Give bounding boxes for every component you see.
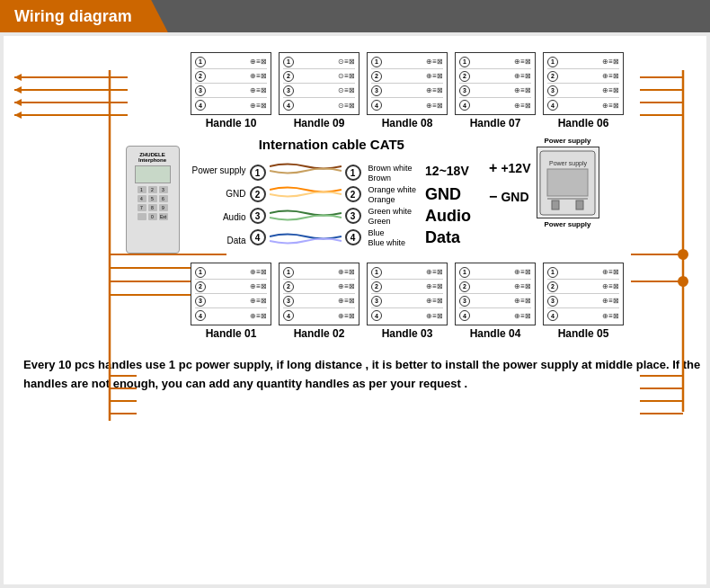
label-power: Power supply	[192, 161, 246, 179]
top-handles-row: 1 ⊕≡⊠ 2 ⊕≡⊠ 3 ⊕≡⊠	[101, 52, 710, 129]
handle-label-08: Handle 08	[382, 117, 433, 129]
handle-box-04: 1⊕≡⊠ 2⊕≡⊠ 3⊕≡⊠ 4⊕≡⊠	[455, 263, 536, 325]
top-handles-section: 1 ⊕≡⊠ 2 ⊕≡⊠ 3 ⊕≡⊠	[11, 52, 710, 129]
handle-group-02: 1⊕≡⊠ 2⊕≡⊠ 3⊕≡⊠ 4⊕≡⊠ Handle 02	[279, 263, 359, 340]
label-audio: Audio	[192, 208, 246, 226]
power-supply-box-wrapper: Power supply Power supply	[537, 137, 599, 228]
power-supply-box: Power supply	[537, 147, 599, 218]
minus-sign: −	[489, 189, 497, 205]
wire-label-3: Green whiteGreen	[368, 207, 417, 225]
left-pin-circles: 1 2 3 4	[250, 165, 266, 245]
svg-rect-36	[547, 169, 588, 196]
plus-minus-labels: + +12V − GND	[489, 160, 530, 205]
bottom-note: Every 10 pcs handles use 1 pc power supp…	[20, 352, 705, 397]
handle-box-02: 1⊕≡⊠ 2⊕≡⊠ 3⊕≡⊠ 4⊕≡⊠	[279, 263, 359, 325]
big-label-data: Data	[425, 228, 471, 246]
svg-rect-38	[552, 200, 559, 209]
handle-box-08: 1⊕≡⊠ 2⊕≡⊠ 3⊕≡⊠ 4⊕≡⊠	[367, 52, 448, 115]
ps-svg: Power supply	[538, 149, 597, 217]
handle-group-04: 1⊕≡⊠ 2⊕≡⊠ 3⊕≡⊠ 4⊕≡⊠ Handle 04	[455, 263, 536, 340]
big-label-audio: Audio	[425, 207, 471, 225]
plus-sign: +	[489, 160, 497, 176]
handle-box-09: 1⊙≡⊠ 2⊙≡⊠ 3⊙≡⊠ 4⊙≡⊠	[279, 52, 359, 115]
cable-diagram-wrapper: Internation cable CAT5 Power supply GND …	[192, 137, 472, 253]
right-pin-circles: 1 2 3 4	[345, 165, 361, 245]
pin-left-3: 3	[250, 208, 266, 224]
handle-label-09: Handle 09	[294, 117, 345, 129]
bottom-handles-row: 1⊕≡⊠ 2⊕≡⊠ 3⊕≡⊠ 4⊕≡⊠ Handle 01 1⊕≡⊠ 2⊕≡⊠ …	[101, 263, 710, 340]
plus-row: + +12V	[489, 160, 530, 176]
svg-text:Power supply: Power supply	[549, 160, 588, 167]
header-title: Wiring diagram	[14, 7, 132, 26]
pin-labels-left: Power supply GND Audio Data	[192, 161, 246, 249]
pin-right-2: 2	[345, 186, 361, 202]
plus-label: +12V	[501, 161, 530, 175]
content: 1 ⊕≡⊠ 2 ⊕≡⊠ 3 ⊕≡⊠	[4, 36, 706, 584]
power-supply-row: + +12V − GND Power supply	[489, 137, 599, 228]
pin-right-1: 1	[345, 165, 361, 181]
minus-row: − GND	[489, 189, 530, 205]
handle-row-1: 1 ⊕≡⊠	[195, 55, 267, 69]
handle-label-06: Handle 06	[558, 117, 609, 129]
device-brand: ZHUDELEInterphone	[138, 152, 166, 163]
ps-label-bottom: Power supply	[544, 220, 590, 228]
power-supply-section: + +12V − GND Power supply	[489, 137, 599, 228]
handle-label-04: Handle 04	[470, 327, 521, 340]
handle-box-07: 1⊕≡⊠ 2⊕≡⊠ 3⊕≡⊠ 4⊕≡⊠	[455, 52, 536, 115]
handle-label-03: Handle 03	[382, 327, 433, 340]
svg-rect-39	[576, 200, 583, 209]
handle-group-03: 1⊕≡⊠ 2⊕≡⊠ 3⊕≡⊠ 4⊕≡⊠ Handle 03	[367, 263, 448, 340]
handle-box-06: 1⊕≡⊠ 2⊕≡⊠ 3⊕≡⊠ 4⊕≡⊠	[543, 52, 624, 115]
wire-label-1: Brown whiteBrown	[368, 164, 417, 182]
header: Wiring diagram	[0, 0, 710, 32]
label-data: Data	[192, 231, 246, 249]
ps-label-top: Power supply	[544, 137, 590, 145]
handle-label-01: Handle 01	[206, 327, 257, 340]
header-title-bg: Wiring diagram	[0, 0, 168, 32]
handle-row-4: 4 ⊕≡⊠	[195, 98, 267, 112]
cat5-title: Internation cable CAT5	[259, 137, 404, 152]
handle-group-06: 1⊕≡⊠ 2⊕≡⊠ 3⊕≡⊠ 4⊕≡⊠ Handle 06	[543, 52, 624, 129]
handle-label-07: Handle 07	[470, 117, 521, 129]
handle-row-3: 3 ⊕≡⊠	[195, 84, 267, 98]
handle-box-10: 1 ⊕≡⊠ 2 ⊕≡⊠ 3 ⊕≡⊠	[191, 52, 271, 115]
cable-visual-svg	[270, 157, 342, 253]
wire-label-4: BlueBlue white	[368, 228, 417, 246]
device-screen	[135, 165, 171, 183]
pin-left-1: 1	[250, 165, 266, 181]
big-labels: 12~18V GND Audio Data	[425, 164, 471, 246]
handle-row-2: 2 ⊕≡⊠	[195, 69, 267, 84]
pin-left-2: 2	[250, 186, 266, 202]
big-label-gnd: GND	[425, 185, 471, 203]
handle-group-08: 1⊕≡⊠ 2⊕≡⊠ 3⊕≡⊠ 4⊕≡⊠ Handle 08	[367, 52, 448, 129]
handle-box-05: 1⊕≡⊠ 2⊕≡⊠ 3⊕≡⊠ 4⊕≡⊠	[543, 263, 624, 325]
handle-label-02: Handle 02	[294, 327, 345, 340]
minus-label: GND	[501, 190, 528, 204]
bottom-handles-section: 1⊕≡⊠ 2⊕≡⊠ 3⊕≡⊠ 4⊕≡⊠ Handle 01 1⊕≡⊠ 2⊕≡⊠ …	[11, 263, 710, 340]
device-keypad: 123 456 789 0Ext	[138, 186, 168, 220]
pin-right-3: 3	[345, 208, 361, 224]
pin-left-4: 4	[250, 229, 266, 245]
page-wrapper: Wiring diagram	[0, 0, 710, 588]
cable-diagram: Power supply GND Audio Data 1 2 3 4	[192, 157, 472, 253]
pin-right-4: 4	[345, 229, 361, 245]
handle-group-01: 1⊕≡⊠ 2⊕≡⊠ 3⊕≡⊠ 4⊕≡⊠ Handle 01	[191, 263, 271, 340]
center-section: ZHUDELEInterphone 123 456 789 0Ext Inter…	[11, 137, 710, 254]
handle-group-10: 1 ⊕≡⊠ 2 ⊕≡⊠ 3 ⊕≡⊠	[191, 52, 271, 129]
device-image: ZHUDELEInterphone 123 456 789 0Ext	[126, 146, 180, 254]
handle-box-01: 1⊕≡⊠ 2⊕≡⊠ 3⊕≡⊠ 4⊕≡⊠	[191, 263, 271, 325]
handle-label-05: Handle 05	[558, 327, 609, 340]
big-label-voltage: 12~18V	[425, 164, 471, 182]
handle-box-03: 1⊕≡⊠ 2⊕≡⊠ 3⊕≡⊠ 4⊕≡⊠	[367, 263, 448, 325]
handle-group-09: 1⊙≡⊠ 2⊙≡⊠ 3⊙≡⊠ 4⊙≡⊠ Handle 09	[279, 52, 359, 129]
handle-group-07: 1⊕≡⊠ 2⊕≡⊠ 3⊕≡⊠ 4⊕≡⊠ Handle 07	[455, 52, 536, 129]
handle-group-05: 1⊕≡⊠ 2⊕≡⊠ 3⊕≡⊠ 4⊕≡⊠ Handle 05	[543, 263, 624, 340]
wire-label-2: Orange whiteOrange	[368, 185, 417, 203]
full-diagram: 1 ⊕≡⊠ 2 ⊕≡⊠ 3 ⊕≡⊠	[11, 52, 710, 397]
wire-labels-right: Brown whiteBrown Orange whiteOrange Gree…	[368, 164, 417, 246]
handle-label-10: Handle 10	[206, 117, 257, 129]
label-gnd: GND	[192, 184, 246, 202]
